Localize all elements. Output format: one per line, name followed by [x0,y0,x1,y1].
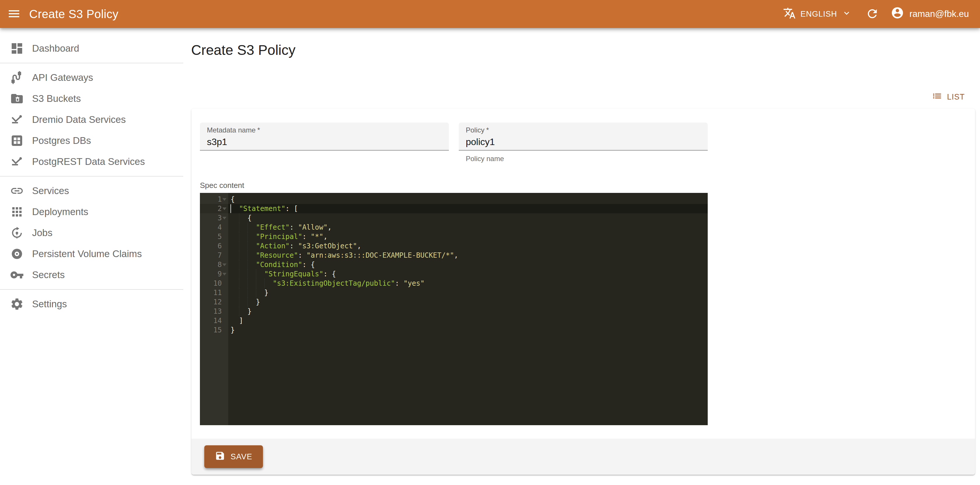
grid-icon [10,134,24,148]
sidebar-item-api-gateways[interactable]: API Gateways [0,67,183,88]
sidebar-item-persistent-volume-claims[interactable]: Persistent Volume Claims [0,243,183,264]
editor-gutter-cell: 7 [200,251,228,260]
editor-gutter-cell: 8 [200,260,228,269]
line-number: 4 [218,223,222,232]
sidebar-item-postgres-dbs[interactable]: Postgres DBs [0,130,183,151]
indent-guide [256,279,256,288]
editor-gutter-cell: 6 [200,241,228,251]
code-line[interactable]: 5 "Principal": "*", [200,232,708,241]
code-line[interactable]: 10 "s3:ExistingObjectTag/public": "yes" [200,279,708,288]
folder-delete-icon [10,92,24,106]
code-line[interactable]: 11 } [200,288,708,297]
sidebar-item-s3-buckets[interactable]: S3 Buckets [0,88,183,109]
code-text: "Statement": [ [228,204,708,213]
editor-gutter-cell: 14 [200,316,228,325]
code-line[interactable]: 9 "StringEquals": { [200,269,708,279]
editor-gutter-cell: 15 [200,325,228,335]
sidebar-item-label: Jobs [32,227,52,239]
code-line[interactable]: 4 "Effect": "Allow", [200,223,708,232]
code-line[interactable]: 3 { [200,213,708,223]
code-line[interactable]: 12 } [200,297,708,307]
sidebar-divider [0,63,183,63]
metadata-name-input[interactable] [207,137,442,147]
spec-content-editor[interactable]: 1{2 "Statement": [3 {4 "Effect": "Allow"… [200,193,708,425]
fold-placeholder [222,325,227,335]
fold-arrow-icon[interactable] [222,213,227,223]
line-number: 12 [213,297,222,307]
code-line[interactable]: 8 "Condition": { [200,260,708,269]
sidebar-item-postgrest-data-services[interactable]: PostgREST Data Services [0,151,183,172]
code-text: "Condition": { [228,260,708,269]
code-text: ] [228,316,708,325]
link-icon [10,184,24,198]
indent-guide [239,241,239,251]
editor-gutter-cell: 9 [200,269,228,279]
sidebar-item-label: PostgREST Data Services [32,156,145,167]
code-line[interactable]: 7 "Resource": "arn:aws:s3:::DOC-EXAMPLE-… [200,251,708,260]
fold-placeholder [222,251,227,260]
list-icon [932,91,942,103]
line-number: 15 [213,325,222,335]
code-line[interactable]: 15} [200,325,708,335]
fold-arrow-icon[interactable] [222,195,227,204]
code-line[interactable]: 6 "Action": "s3:GetObject", [200,241,708,251]
code-line[interactable]: 13 } [200,307,708,316]
indent-guide [239,269,239,279]
code-line[interactable]: 2 "Statement": [ [200,204,708,213]
fold-placeholder [222,241,227,251]
menu-icon [7,7,21,22]
code-text: "StringEquals": { [228,269,708,279]
sidebar: DashboardAPI GatewaysS3 BucketsDremio Da… [0,28,183,485]
sidebar-item-services[interactable]: Services [0,180,183,201]
sidebar-item-settings[interactable]: Settings [0,294,183,315]
editor-gutter-cell: 13 [200,307,228,316]
fold-placeholder [222,279,227,288]
fold-arrow-icon[interactable] [222,269,227,279]
metadata-name-field[interactable]: Metadata name* [200,122,449,151]
language-selector-button[interactable]: ENGLISH [783,7,852,22]
indent-guide [239,288,239,297]
sidebar-item-label: API Gateways [32,72,93,83]
sidebar-divider [0,289,183,290]
refresh-button[interactable] [865,7,879,21]
sidebar-item-secrets[interactable]: Secrets [0,264,183,285]
code-text: "Action": "s3:GetObject", [228,241,708,251]
code-text: } [228,288,708,297]
line-number: 8 [218,260,222,269]
sidebar-item-deployments[interactable]: Deployments [0,201,183,223]
fold-arrow-icon[interactable] [222,204,227,213]
line-number: 7 [218,251,222,260]
save-button[interactable]: SAVE [204,445,263,468]
editor-gutter-cell: 3 [200,213,228,223]
cable-icon [10,71,24,84]
code-line[interactable]: 14 ] [200,316,708,325]
sidebar-item-jobs[interactable]: Jobs [0,223,183,243]
user-menu-button[interactable]: raman@fbk.eu [891,6,969,22]
menu-button[interactable] [7,7,21,22]
code-line[interactable]: 1{ [200,195,708,204]
metadata-name-field-wrap: Metadata name* [200,122,449,163]
sidebar-item-dashboard[interactable]: Dashboard [0,38,183,59]
list-button[interactable]: LIST [927,88,969,106]
sidebar-item-dremio-data-services[interactable]: Dremio Data Services [0,109,183,130]
line-number: 13 [213,307,222,316]
policy-input[interactable] [466,137,701,147]
main-content: Create S3 Policy LIST Metadata name* [183,28,980,485]
apps-icon [10,205,24,219]
policy-field[interactable]: Policy* [459,122,708,151]
editor-gutter-cell: 1 [200,195,228,204]
fold-placeholder [222,316,227,325]
code-text: "Effect": "Allow", [228,223,708,232]
fold-placeholder [222,232,227,241]
editor-gutter-cell: 12 [200,297,228,307]
sidebar-item-label: Deployments [32,206,88,218]
fold-arrow-icon[interactable] [222,260,227,269]
page-title: Create S3 Policy [191,41,980,59]
editor-gutter-cell: 5 [200,232,228,241]
code-text: } [228,297,708,307]
line-number: 6 [218,241,222,251]
editor-gutter-cell: 2 [200,204,228,213]
line-number: 9 [218,269,222,279]
editor-gutter-cell: 4 [200,223,228,232]
user-email: raman@fbk.eu [909,9,969,19]
